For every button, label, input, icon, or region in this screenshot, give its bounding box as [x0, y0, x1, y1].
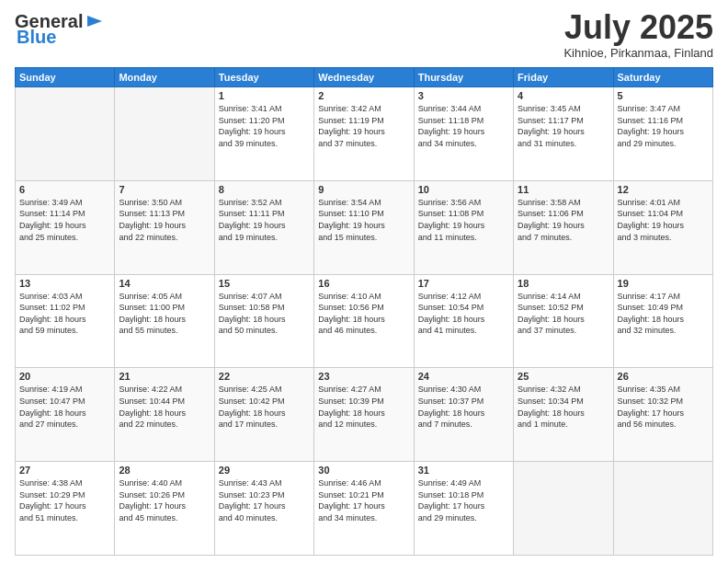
day-number: 30 [318, 465, 409, 476]
day-number: 16 [318, 278, 409, 289]
calendar-cell: 24Sunrise: 4:30 AM Sunset: 10:37 PM Dayl… [414, 368, 513, 462]
day-detail: Sunrise: 4:25 AM Sunset: 10:42 PM Daylig… [219, 384, 310, 430]
day-number: 15 [219, 278, 310, 289]
calendar-cell: 31Sunrise: 4:49 AM Sunset: 10:18 PM Dayl… [414, 462, 513, 556]
calendar-cell: 6Sunrise: 3:49 AM Sunset: 11:14 PM Dayli… [16, 180, 115, 274]
day-detail: Sunrise: 4:05 AM Sunset: 11:00 PM Daylig… [119, 291, 210, 337]
day-number: 22 [219, 371, 310, 382]
day-detail: Sunrise: 4:38 AM Sunset: 10:29 PM Daylig… [19, 477, 110, 523]
day-number: 20 [19, 371, 110, 382]
day-detail: Sunrise: 4:14 AM Sunset: 10:52 PM Daylig… [518, 291, 609, 337]
calendar-cell: 23Sunrise: 4:27 AM Sunset: 10:39 PM Dayl… [314, 368, 414, 462]
calendar-cell: 12Sunrise: 4:01 AM Sunset: 11:04 PM Dayl… [613, 180, 712, 274]
day-number: 6 [19, 184, 110, 195]
calendar-cell: 29Sunrise: 4:43 AM Sunset: 10:23 PM Dayl… [214, 462, 313, 556]
calendar-week-row: 20Sunrise: 4:19 AM Sunset: 10:47 PM Dayl… [16, 368, 713, 462]
day-number: 12 [618, 184, 709, 195]
logo-blue-text: Blue [15, 27, 56, 48]
svg-marker-0 [87, 16, 102, 27]
day-number: 21 [119, 371, 210, 382]
calendar-cell: 10Sunrise: 3:56 AM Sunset: 11:08 PM Dayl… [414, 180, 513, 274]
day-number: 7 [119, 184, 210, 195]
day-number: 18 [518, 278, 609, 289]
day-number: 11 [518, 184, 609, 195]
calendar-cell: 1Sunrise: 3:41 AM Sunset: 11:20 PM Dayli… [214, 87, 313, 181]
calendar-cell: 8Sunrise: 3:52 AM Sunset: 11:11 PM Dayli… [214, 180, 313, 274]
calendar-cell: 9Sunrise: 3:54 AM Sunset: 11:10 PM Dayli… [314, 180, 414, 274]
day-number: 4 [518, 90, 609, 101]
day-number: 26 [618, 371, 709, 382]
calendar-cell: 20Sunrise: 4:19 AM Sunset: 10:47 PM Dayl… [16, 368, 115, 462]
calendar-cell: 30Sunrise: 4:46 AM Sunset: 10:21 PM Dayl… [314, 462, 414, 556]
calendar-cell: 16Sunrise: 4:10 AM Sunset: 10:56 PM Dayl… [314, 274, 414, 368]
calendar-header-saturday: Saturday [613, 68, 712, 87]
day-number: 2 [318, 90, 409, 101]
calendar-header-tuesday: Tuesday [214, 68, 313, 87]
day-number: 13 [19, 278, 110, 289]
day-detail: Sunrise: 3:49 AM Sunset: 11:14 PM Daylig… [19, 197, 110, 243]
day-detail: Sunrise: 4:03 AM Sunset: 11:02 PM Daylig… [19, 291, 110, 337]
calendar-header-sunday: Sunday [16, 68, 115, 87]
calendar-header-thursday: Thursday [414, 68, 513, 87]
calendar-cell: 14Sunrise: 4:05 AM Sunset: 11:00 PM Dayl… [115, 274, 214, 368]
day-number: 31 [418, 465, 509, 476]
calendar-week-row: 13Sunrise: 4:03 AM Sunset: 11:02 PM Dayl… [16, 274, 713, 368]
day-detail: Sunrise: 4:32 AM Sunset: 10:34 PM Daylig… [518, 384, 609, 430]
logo-flag-icon [84, 14, 104, 30]
day-number: 25 [518, 371, 609, 382]
day-number: 9 [318, 184, 409, 195]
day-number: 23 [318, 371, 409, 382]
calendar-cell: 18Sunrise: 4:14 AM Sunset: 10:52 PM Dayl… [514, 274, 613, 368]
calendar-header-row: SundayMondayTuesdayWednesdayThursdayFrid… [16, 68, 713, 87]
month-title: July 2025 [563, 11, 713, 44]
day-number: 10 [418, 184, 509, 195]
day-detail: Sunrise: 4:12 AM Sunset: 10:54 PM Daylig… [418, 291, 509, 337]
calendar-cell: 21Sunrise: 4:22 AM Sunset: 10:44 PM Dayl… [115, 368, 214, 462]
calendar-cell [613, 462, 712, 556]
calendar-cell: 26Sunrise: 4:35 AM Sunset: 10:32 PM Dayl… [613, 368, 712, 462]
calendar-header-friday: Friday [514, 68, 613, 87]
day-number: 1 [219, 90, 310, 101]
calendar-cell: 13Sunrise: 4:03 AM Sunset: 11:02 PM Dayl… [16, 274, 115, 368]
calendar-cell: 2Sunrise: 3:42 AM Sunset: 11:19 PM Dayli… [314, 87, 414, 181]
day-number: 8 [219, 184, 310, 195]
day-number: 24 [418, 371, 509, 382]
day-detail: Sunrise: 3:58 AM Sunset: 11:06 PM Daylig… [518, 197, 609, 243]
day-number: 19 [618, 278, 709, 289]
calendar-week-row: 1Sunrise: 3:41 AM Sunset: 11:20 PM Dayli… [16, 87, 713, 181]
day-detail: Sunrise: 4:19 AM Sunset: 10:47 PM Daylig… [19, 384, 110, 430]
calendar-header-wednesday: Wednesday [314, 68, 414, 87]
day-detail: Sunrise: 4:22 AM Sunset: 10:44 PM Daylig… [119, 384, 210, 430]
day-detail: Sunrise: 3:42 AM Sunset: 11:19 PM Daylig… [318, 103, 409, 149]
calendar-cell: 19Sunrise: 4:17 AM Sunset: 10:49 PM Dayl… [613, 274, 712, 368]
day-number: 14 [119, 278, 210, 289]
day-number: 28 [119, 465, 210, 476]
calendar-cell: 28Sunrise: 4:40 AM Sunset: 10:26 PM Dayl… [115, 462, 214, 556]
calendar-header-monday: Monday [115, 68, 214, 87]
day-detail: Sunrise: 3:50 AM Sunset: 11:13 PM Daylig… [119, 197, 210, 243]
calendar-cell [514, 462, 613, 556]
day-detail: Sunrise: 3:47 AM Sunset: 11:16 PM Daylig… [618, 103, 709, 149]
calendar-week-row: 6Sunrise: 3:49 AM Sunset: 11:14 PM Dayli… [16, 180, 713, 274]
calendar-cell: 11Sunrise: 3:58 AM Sunset: 11:06 PM Dayl… [514, 180, 613, 274]
day-detail: Sunrise: 3:45 AM Sunset: 11:17 PM Daylig… [518, 103, 609, 149]
location: Kihnioe, Pirkanmaa, Finland [563, 46, 713, 60]
calendar-cell: 17Sunrise: 4:12 AM Sunset: 10:54 PM Dayl… [414, 274, 513, 368]
calendar-cell: 27Sunrise: 4:38 AM Sunset: 10:29 PM Dayl… [16, 462, 115, 556]
day-detail: Sunrise: 4:43 AM Sunset: 10:23 PM Daylig… [219, 477, 310, 523]
day-detail: Sunrise: 3:52 AM Sunset: 11:11 PM Daylig… [219, 197, 310, 243]
day-number: 5 [618, 90, 709, 101]
day-detail: Sunrise: 3:56 AM Sunset: 11:08 PM Daylig… [418, 197, 509, 243]
day-detail: Sunrise: 3:41 AM Sunset: 11:20 PM Daylig… [219, 103, 310, 149]
day-detail: Sunrise: 4:27 AM Sunset: 10:39 PM Daylig… [318, 384, 409, 430]
day-number: 17 [418, 278, 509, 289]
day-number: 27 [19, 465, 110, 476]
day-detail: Sunrise: 4:10 AM Sunset: 10:56 PM Daylig… [318, 291, 409, 337]
day-detail: Sunrise: 4:49 AM Sunset: 10:18 PM Daylig… [418, 477, 509, 523]
day-detail: Sunrise: 4:40 AM Sunset: 10:26 PM Daylig… [119, 477, 210, 523]
logo: General Blue [15, 11, 104, 48]
calendar-cell: 15Sunrise: 4:07 AM Sunset: 10:58 PM Dayl… [214, 274, 313, 368]
day-detail: Sunrise: 4:07 AM Sunset: 10:58 PM Daylig… [219, 291, 310, 337]
page: General Blue July 2025 Kihnioe, Pirkanma… [0, 0, 728, 563]
header: General Blue July 2025 Kihnioe, Pirkanma… [15, 11, 713, 60]
